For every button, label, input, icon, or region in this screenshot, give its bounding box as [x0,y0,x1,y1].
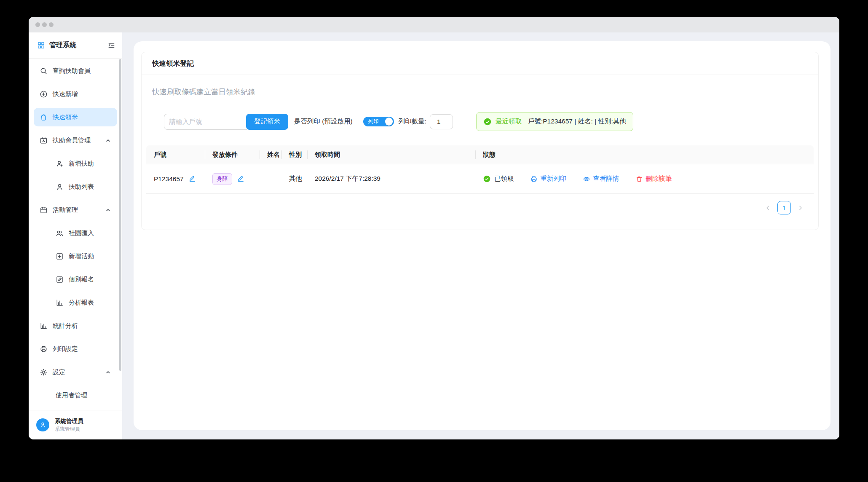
card-body: 快速刷取條碼建立當日領米紀錄 登記領米 是否列印 (預設啟用) 列印 [142,87,818,230]
edit-square-icon [56,276,64,284]
column-header-gender: 性別 [281,145,307,164]
window-control-dot[interactable] [35,22,40,27]
toolbar: 登記領米 是否列印 (預設啟用) 列印 列印數量: [152,112,808,131]
check-circle-icon [483,118,492,126]
sidebar-scrollbar[interactable] [119,59,121,371]
app-body: 管理系統 查詢扶助會員 快速新增 [29,32,839,439]
printer-icon [530,175,538,183]
next-page-button[interactable] [797,205,804,211]
view-details-link[interactable]: 查看詳情 [583,174,619,183]
user-role: 系統管理員 [55,426,83,432]
print-toggle-label: 列印 [368,118,379,125]
user-add-icon [56,160,64,168]
sidebar-menu: 查詢扶助會員 快速新增 快速領米 扶助會員管理 [29,59,122,410]
check-circle-icon [483,175,491,183]
sidebar-item-user-management[interactable]: 使用者管理 [34,386,117,404]
print-option-label: 是否列印 (預設啟用) [294,117,353,126]
window-control-dot[interactable] [49,22,54,27]
user-icon [39,421,46,428]
recent-pickup-label: 最近領取 [496,117,522,126]
column-header-condition: 發放條件 [205,145,260,164]
sidebar-item-stats-analysis[interactable]: 統計分析 [34,316,117,335]
sidebar-item-activity-management[interactable]: 活動管理 [34,201,117,219]
window-titlebar [29,17,839,32]
sidebar-item-quick-add[interactable]: 快速新增 [34,85,117,103]
plus-square-icon [56,252,64,260]
sidebar-item-add-support[interactable]: 新增扶助 [34,154,117,173]
column-header-status: 狀態 [475,145,814,164]
gear-icon [40,368,48,376]
app-window: 管理系統 查詢扶助會員 快速新增 [29,17,839,439]
team-icon [56,229,64,237]
delete-row-link[interactable]: 刪除該筆 [635,174,672,183]
print-toggle[interactable]: 列印 [363,117,394,126]
previous-page-button[interactable] [765,205,771,211]
bar-chart-icon [56,299,64,307]
sidebar-item-search-member[interactable]: 查詢扶助會員 [34,62,117,80]
search-icon [40,67,48,75]
avatar [36,418,49,431]
sidebar-item-individual-signup[interactable]: 個別報名 [34,270,117,289]
sidebar-item-quick-rice[interactable]: 快速領米 [34,108,117,126]
page-subtitle: 快速刷取條碼建立當日領米紀錄 [152,87,808,97]
page-number-button[interactable]: 1 [777,201,791,214]
pickup-records-table: 戶號 發放條件 姓名 性別 領取時間 狀態 P1234657 [146,145,814,194]
sidebar-user-panel[interactable]: 系統管理員 系統管理員 [29,410,122,439]
pagination: 1 [152,201,808,214]
window-control-dot[interactable] [42,22,47,27]
register-pickup-button[interactable]: 登記領米 [246,114,288,130]
shopping-bag-icon [40,113,48,121]
plus-circle-icon [40,90,48,98]
household-input-group: 登記領米 [164,114,288,130]
bar-chart-icon [40,322,48,330]
sidebar-collapse-button[interactable] [107,41,115,49]
chevron-up-icon [106,138,110,143]
sidebar-item-group-import[interactable]: 社團匯入 [34,224,117,242]
edit-pencil-icon[interactable] [237,175,245,183]
chevron-left-icon [765,205,771,211]
edit-pencil-icon[interactable] [188,175,196,183]
user-name: 系統管理員 [55,418,83,425]
sidebar-item-support-list[interactable]: 扶助列表 [34,177,117,196]
cell-condition: 身障 [205,164,260,193]
table-row: P1234657 身障 其他 2026/2/17 下 [146,164,814,194]
grid-logo-icon [37,41,45,49]
content-panel: 快速領米登記 快速刷取條碼建立當日領米紀錄 登記領米 是否列印 (預設啟用) [134,41,830,430]
id-card-icon [40,137,48,145]
column-header-household-id: 戶號 [146,145,205,164]
sidebar-item-member-management[interactable]: 扶助會員管理 [34,131,117,150]
eye-icon [583,175,590,183]
app-title: 管理系統 [49,41,76,50]
desktop-background: 管理系統 查詢扶助會員 快速新增 [0,0,868,482]
user-icon [56,183,64,191]
cell-name [260,164,281,193]
cell-pickup-time: 2026/2/17 下午7:28:39 [307,164,475,193]
recent-pickup-badge: 最近領取 戶號:P1234657 | 姓名: | 性別:其他 [476,112,633,131]
printer-icon [40,345,48,353]
sidebar: 管理系統 查詢扶助會員 快速新增 [29,32,122,439]
print-quantity-input[interactable] [430,114,453,129]
quick-rice-card: 快速領米登記 快速刷取條碼建立當日領米紀錄 登記領米 是否列印 (預設啟用) [141,52,819,230]
column-header-name: 姓名 [260,145,281,164]
sidebar-header: 管理系統 [29,32,122,59]
toggle-knob-icon [385,118,393,126]
household-id-input[interactable] [164,114,247,130]
sidebar-item-print-settings[interactable]: 列印設定 [34,340,117,358]
condition-tag: 身障 [212,173,232,185]
sidebar-item-settings[interactable]: 設定 [34,363,117,381]
print-quantity-label: 列印數量: [399,117,426,126]
sidebar-item-add-activity[interactable]: 新增活動 [34,247,117,265]
trash-icon [635,175,643,183]
calendar-icon [40,206,48,214]
cell-gender: 其他 [281,164,307,193]
chevron-up-icon [106,370,110,375]
sidebar-item-analysis-report[interactable]: 分析報表 [34,293,117,312]
recent-pickup-detail: 戶號:P1234657 | 姓名: | 性別:其他 [528,117,626,126]
reprint-link[interactable]: 重新列印 [530,174,567,183]
page-title: 快速領米登記 [152,59,194,68]
menu-fold-icon [107,41,115,49]
main-content: 快速領米登記 快速刷取條碼建立當日領米紀錄 登記領米 是否列印 (預設啟用) [122,32,839,439]
column-header-pickup-time: 領取時間 [307,145,475,164]
card-header: 快速領米登記 [142,52,818,75]
chevron-up-icon [106,208,110,212]
